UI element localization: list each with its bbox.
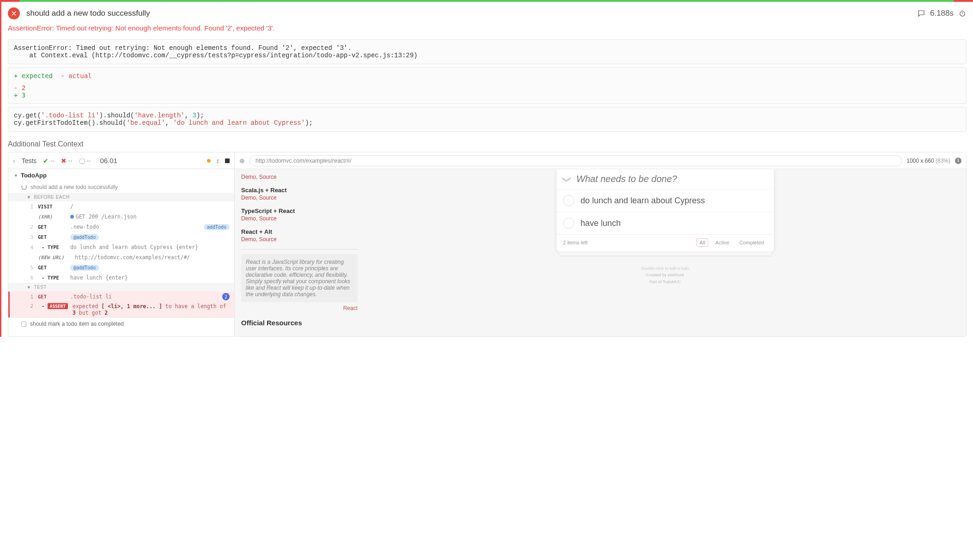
- cmd-get[interactable]: 3 GET @addTodo: [8, 232, 234, 242]
- todo-item[interactable]: have lunch: [557, 212, 774, 234]
- learn-sidebar: Demo, Source Scala.js + React Demo, Sour…: [235, 169, 364, 336]
- todomvc-app: ❯ do lunch and learn about Cypress have …: [364, 169, 966, 336]
- stack-trace: AssertionError: Timed out retrying: Not …: [8, 39, 967, 64]
- list-item: Demo, Source: [241, 174, 358, 180]
- fail-count: ✖--: [61, 157, 73, 164]
- toggle-all-icon[interactable]: ❯: [561, 176, 572, 183]
- check-icon: ✔: [43, 157, 49, 164]
- x-icon: ✖: [61, 157, 67, 164]
- info-icon[interactable]: i: [955, 158, 961, 164]
- list-item: TypeScript + React Demo, Source: [241, 207, 358, 222]
- lib-links[interactable]: Demo, Source: [241, 174, 358, 180]
- assert-pill: ASSERT: [48, 303, 68, 309]
- divider: [241, 249, 358, 250]
- lib-links[interactable]: Demo, Source: [241, 195, 358, 201]
- list-item: React + Alt Demo, Source: [241, 228, 358, 243]
- command-log-header: ‹ Tests ✔-- ✖-- ◯-- 06.01 ↕: [8, 152, 234, 169]
- recording-dot-icon: [207, 159, 211, 163]
- app-preview-header: ⊕ http://todomvc.com/examples/react/#/ 1…: [235, 152, 966, 169]
- app-iframe-content: Demo, Source Scala.js + React Demo, Sour…: [235, 169, 966, 336]
- test-title: should add a new todo successfully: [26, 9, 917, 18]
- comment-icon: [917, 9, 925, 18]
- selector-playground-icon[interactable]: ⊕: [239, 157, 245, 164]
- expected-label: + expected: [14, 72, 53, 79]
- credits: Double-click to edit a todo Created by p…: [641, 265, 689, 285]
- cmd-get-fail[interactable]: 1 GET .todo-list li 2: [8, 292, 234, 302]
- official-resources-heading: Official Resources: [241, 319, 358, 327]
- updown-arrows-icon[interactable]: ↕: [216, 157, 219, 164]
- diff-minus: - 2: [14, 84, 961, 91]
- suite-name: TodoApp: [21, 172, 47, 179]
- actual-label: - actual: [61, 72, 91, 79]
- todoapp-container: ❯ do lunch and learn about Cypress have …: [557, 169, 774, 250]
- circle-icon: ◯: [79, 158, 85, 164]
- cmd-assert-fail[interactable]: 2 - ASSERT expected [ <li>, 1 more... ] …: [8, 302, 234, 317]
- new-todo-input[interactable]: [577, 174, 767, 184]
- alias-ref-pill: @addTodo: [70, 265, 99, 271]
- suite-row[interactable]: ▼ TodoApp: [8, 169, 234, 182]
- cmd-visit[interactable]: 1 VISIT /: [8, 201, 234, 212]
- app-preview-panel: ⊕ http://todomvc.com/examples/react/#/ 1…: [235, 152, 966, 336]
- stack-line: at Context.eval (http://todomvc.com/__cy…: [14, 52, 418, 59]
- back-chevron-icon[interactable]: ‹: [13, 157, 15, 164]
- cmd-get[interactable]: 2 GET .new-todo addTodo: [8, 222, 234, 232]
- cmd-type[interactable]: 4 - TYPE do lunch and learn about Cypres…: [8, 242, 234, 252]
- todo-input-row: ❯: [557, 169, 774, 189]
- credits-line: Part of TodoMVC: [641, 279, 689, 285]
- running-spec-row[interactable]: should add a new todo successfully: [8, 182, 234, 193]
- pass-count: ✔--: [43, 157, 55, 164]
- filter-completed[interactable]: Completed: [736, 238, 767, 247]
- quote-block: React is a JavaScript library for creati…: [241, 254, 358, 302]
- spinner-icon: [21, 184, 27, 190]
- url-bar[interactable]: http://todomvc.com/examples/react/#/: [249, 155, 902, 166]
- diff-block: + expected - actual - 2 + 3: [8, 67, 967, 104]
- cypress-runner: ‹ Tests ✔-- ✖-- ◯-- 06.01 ↕ ▼ TodoApp: [8, 152, 967, 337]
- stack-shadow: [559, 253, 771, 256]
- error-summary: AssertionError: Timed out retrying: Not …: [1, 22, 973, 37]
- code-snippet: cy.get('.todo-list li').should('have.len…: [8, 107, 967, 132]
- caret-down-icon: ▼: [27, 285, 31, 290]
- diff-plus: + 3: [14, 91, 961, 99]
- timer: 06.01: [100, 157, 117, 164]
- tests-label[interactable]: Tests: [22, 157, 37, 164]
- additional-context-label: Additional Test Context: [1, 134, 973, 152]
- todo-item[interactable]: do lunch and learn about Cypress: [557, 189, 774, 212]
- lib-title: Scala.js + React: [241, 187, 358, 194]
- cmd-new-url[interactable]: (NEW URL) http://todomvc.com/examples/re…: [8, 252, 234, 262]
- lib-links[interactable]: Demo, Source: [241, 236, 358, 243]
- todo-toggle-icon[interactable]: [563, 218, 574, 229]
- test-report: should add a new todo successfully 6.188…: [0, 2, 973, 337]
- filter-active[interactable]: Active: [712, 238, 732, 247]
- checkbox-icon: [21, 322, 26, 327]
- todo-footer: 2 items left All Active Completed: [557, 234, 774, 250]
- test-section-label: ▼ TEST: [8, 283, 234, 292]
- quote-author[interactable]: React: [241, 305, 358, 311]
- filter-all[interactable]: All: [696, 238, 708, 247]
- cmd-get[interactable]: 5 GET @addTodo: [8, 262, 234, 273]
- cmd-type[interactable]: 6 - TYPE have lunch {enter}: [8, 273, 234, 283]
- command-log-body: ▼ TodoApp should add a new todo successf…: [8, 169, 234, 336]
- cmd-xhr[interactable]: (XHR) GET 200 /Learn.json: [8, 212, 234, 222]
- before-each-label: ▼ BEFORE EACH: [8, 193, 234, 201]
- list-item: Scala.js + React Demo, Source: [241, 187, 358, 201]
- alias-pill: addTodo: [204, 224, 230, 230]
- caret-down-icon: ▼: [27, 195, 31, 200]
- other-spec-title: should mark a todo item as completed: [30, 321, 124, 327]
- caret-down-icon: ▼: [14, 173, 18, 178]
- credits-line: Double-click to edit a todo: [641, 265, 689, 272]
- xhr-dot-icon: [70, 215, 74, 219]
- alias-ref-pill: @addTodo: [70, 234, 99, 240]
- lib-links[interactable]: Demo, Source: [241, 215, 358, 222]
- pending-count: ◯--: [79, 157, 91, 164]
- test-header: should add a new todo successfully 6.188…: [1, 2, 973, 22]
- lib-title: TypeScript + React: [241, 207, 358, 214]
- stop-button[interactable]: [225, 158, 230, 163]
- todo-toggle-icon[interactable]: [563, 195, 574, 206]
- test-meta: 6.188s: [917, 9, 967, 18]
- command-log-panel: ‹ Tests ✔-- ✖-- ◯-- 06.01 ↕ ▼ TodoApp: [8, 152, 235, 336]
- todo-item-label: have lunch: [581, 219, 621, 228]
- assert-message: expected [ <li>, 1 more... ] to have a l…: [73, 303, 230, 316]
- todo-item-label: do lunch and learn about Cypress: [581, 196, 705, 206]
- stack-line: AssertionError: Timed out retrying: Not …: [14, 44, 352, 52]
- other-spec-row[interactable]: should mark a todo item as completed: [8, 317, 234, 330]
